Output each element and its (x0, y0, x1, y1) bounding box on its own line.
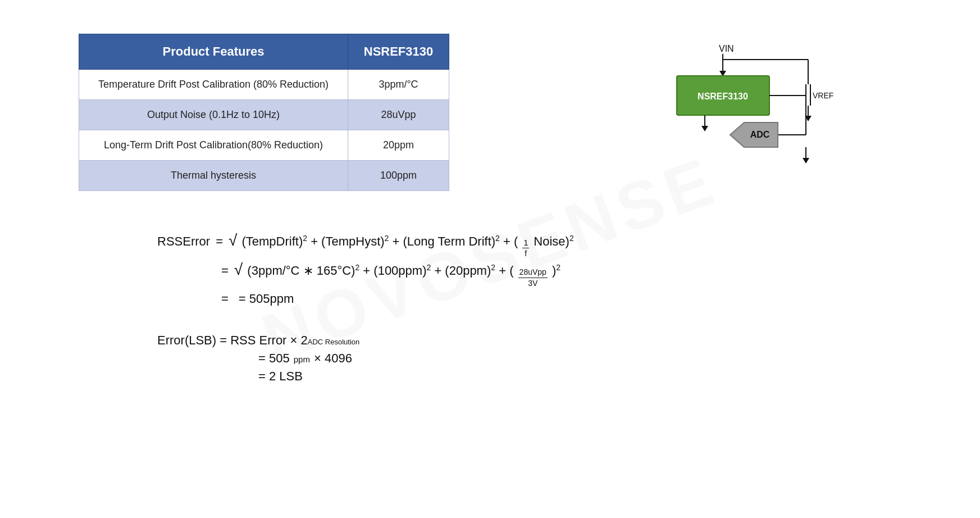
rss-label: RSSError (157, 234, 210, 249)
rss-line1: RSSError = √ (TempDrift)2 + (TempHyst)2 … (157, 233, 901, 258)
features-table: Product Features NSREF3130 Temperature D… (79, 34, 449, 191)
rss-formula-block: RSSError = √ (TempDrift)2 + (TempHyst)2 … (157, 233, 901, 306)
circuit-diagram: VIN NSREF3130 VREF (632, 39, 868, 199)
value-cell: 20ppm (348, 130, 449, 161)
rss-result: = 505ppm (234, 292, 294, 306)
elb-line2: = 505 ppm × 4096 (157, 351, 901, 366)
error-lsb-block: Error(LSB) = RSS Error × 2 ADC Resolutio… (157, 333, 901, 384)
svg-marker-14 (803, 158, 809, 163)
feature-cell: Thermal hysteresis (79, 161, 348, 191)
rss-line3: = = 505ppm (157, 292, 901, 306)
table-row: Thermal hysteresis100ppm (79, 161, 449, 191)
formulas-section: RSSError = √ (TempDrift)2 + (TempHyst)2 … (79, 199, 901, 384)
fraction-28uVpp: 28uVpp 3V (518, 267, 548, 288)
feature-cell: Output Noise (0.1Hz to 10Hz) (79, 100, 348, 130)
elb-line1: Error(LSB) = RSS Error × 2 ADC Resolutio… (157, 333, 901, 348)
vin-label: VIN (719, 44, 734, 53)
svg-marker-3 (701, 126, 708, 131)
value-cell: 100ppm (348, 161, 449, 191)
chip-label: NSREF3130 (698, 92, 748, 101)
adc-label: ADC (750, 130, 770, 139)
vref-label: VREF (813, 91, 833, 100)
value-cell: 28uVpp (348, 100, 449, 130)
feature-cell: Long-Term Drift Post Calibration(80% Red… (79, 130, 348, 161)
feature-cell: Temperature Drift Post Calibration (80% … (79, 70, 348, 100)
value-cell: 3ppm/°C (348, 70, 449, 100)
table-row: Temperature Drift Post Calibration (80% … (79, 70, 449, 100)
fraction-1f: 1 f (522, 238, 529, 258)
adc-sup: ADC Resolution (308, 338, 360, 346)
table-row: Output Noise (0.1Hz to 10Hz)28uVpp (79, 100, 449, 130)
rss-line2: = √ (3ppm/°C ∗ 165°C)2 + (100ppm)2 + (20… (157, 262, 901, 288)
table-row: Long-Term Drift Post Calibration(80% Red… (79, 130, 449, 161)
circuit-svg: VIN NSREF3130 VREF (632, 39, 845, 197)
main-content: Product Features NSREF3130 Temperature D… (0, 0, 980, 444)
elb-line3: = 2 LSB (157, 369, 901, 384)
elb-label: Error(LSB) = (157, 333, 230, 348)
col1-header: Product Features (79, 34, 348, 70)
col2-header: NSREF3130 (348, 34, 449, 70)
